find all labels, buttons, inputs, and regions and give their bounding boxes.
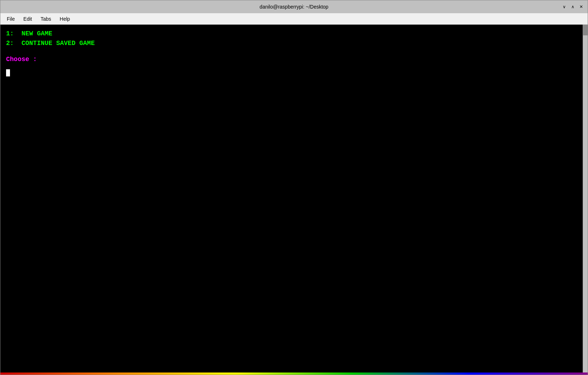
maximize-button[interactable]: ∧ (569, 3, 576, 10)
minimize-button[interactable]: ∨ (561, 3, 568, 10)
terminal-cursor (6, 69, 10, 76)
title-bar: danilo@raspberrypi: ~/Desktop ∨ ∧ ✕ (0, 0, 588, 13)
window-controls: ∨ ∧ ✕ (561, 3, 585, 10)
menu-tabs[interactable]: Tabs (37, 15, 55, 23)
menu-help[interactable]: Help (56, 15, 74, 23)
menu-bar: File Edit Tabs Help (0, 13, 588, 25)
terminal-body[interactable]: 1: NEW GAME 2: CONTINUE SAVED GAME Choos… (0, 25, 588, 372)
scrollbar-track[interactable] (583, 25, 588, 372)
menu-file[interactable]: File (3, 15, 19, 23)
window-title: danilo@raspberrypi: ~/Desktop (260, 4, 329, 10)
close-button[interactable]: ✕ (578, 3, 585, 10)
scrollbar-thumb[interactable] (583, 25, 588, 35)
terminal-window: danilo@raspberrypi: ~/Desktop ∨ ∧ ✕ File… (0, 0, 588, 375)
terminal-line-1: 1: NEW GAME (6, 29, 582, 39)
terminal-line-2: 2: CONTINUE SAVED GAME (6, 39, 582, 48)
terminal-cursor-line (6, 69, 582, 76)
menu-edit[interactable]: Edit (20, 15, 36, 23)
bottom-bar (0, 372, 588, 375)
terminal-line-3: Choose : (6, 55, 582, 64)
